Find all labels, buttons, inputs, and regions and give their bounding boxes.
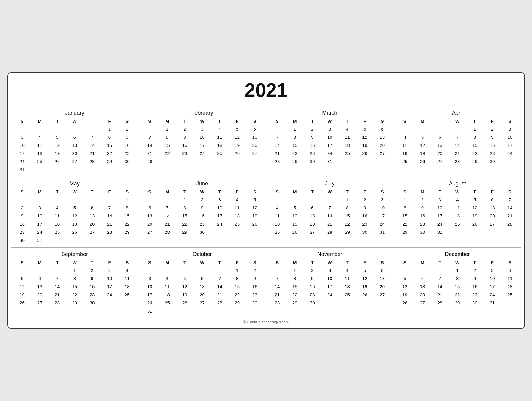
calendar-week-row: 19202122232425	[396, 291, 519, 299]
month-table: SMTWTFS123456789101112131415161718192021…	[14, 117, 136, 174]
day-header: S	[246, 259, 263, 266]
day-header: T	[83, 188, 101, 196]
calendar-week-row: 12	[14, 125, 136, 133]
calendar-day: 19	[48, 149, 66, 157]
calendar-day: 5	[356, 266, 373, 274]
calendar-day: 18	[449, 212, 466, 220]
calendar-day	[269, 266, 286, 274]
calendar-day: 5	[414, 133, 431, 141]
calendar-day	[449, 125, 466, 133]
calendar-day: 2	[246, 266, 263, 274]
calendar-day: 17	[501, 141, 518, 149]
calendar-day: 23	[176, 149, 193, 157]
calendar-day: 3	[501, 125, 518, 133]
calendar-day: 9	[466, 274, 484, 282]
calendar-day: 26	[14, 299, 31, 307]
month-block-march: MarchSMTWTFS1234567891011121314151617181…	[266, 106, 394, 177]
calendar-day: 7	[501, 196, 518, 204]
day-header: M	[158, 188, 176, 196]
calendar-day: 19	[286, 220, 303, 228]
day-header: S	[374, 117, 391, 125]
calendar-day: 18	[338, 282, 356, 291]
calendar-day: 10	[501, 133, 518, 141]
calendar-day: 11	[269, 212, 286, 220]
calendar-day: 4	[396, 133, 414, 141]
month-table: SMTWTFS123456789101112131415161718192021…	[14, 259, 136, 307]
calendar-day: 11	[118, 274, 136, 282]
day-header: W	[66, 188, 83, 196]
calendar-day: 8	[101, 133, 118, 141]
day-header: T	[466, 117, 484, 125]
calendar-week-row: 567891011	[396, 274, 519, 282]
calendar-day: 18	[229, 212, 246, 220]
calendar-day	[14, 125, 31, 133]
month-table: SMTWTFS123456789101112131415161718192021…	[269, 188, 391, 236]
calendar-day: 1	[466, 125, 484, 133]
calendar-day	[246, 307, 263, 315]
calendar-week-row: 12131415161718	[396, 282, 519, 291]
calendar-day: 2	[414, 196, 431, 204]
month-block-july: JulySMTWTFS12345678910111213141516171819…	[266, 177, 394, 248]
calendar-day: 2	[484, 125, 501, 133]
calendar-day	[83, 196, 101, 204]
calendar-day: 11	[396, 141, 414, 149]
calendar-week-row: 23242526272829	[14, 228, 136, 236]
calendar-day: 7	[269, 133, 286, 141]
calendar-day: 19	[246, 212, 263, 220]
calendar-week-row: 28	[141, 157, 263, 165]
calendar-day	[14, 266, 31, 274]
day-header: T	[303, 188, 321, 196]
calendar-day: 1	[66, 266, 83, 274]
calendar-day: 20	[194, 291, 211, 299]
calendar-day: 22	[118, 220, 136, 228]
calendar-day: 19	[356, 141, 373, 149]
calendar-week-row: 14151617181920	[141, 141, 263, 149]
calendar-day	[158, 266, 176, 274]
calendar-day: 24	[211, 220, 229, 228]
calendar-day: 27	[194, 299, 211, 307]
calendar-day: 12	[246, 204, 263, 212]
calendar-day: 17	[211, 212, 229, 220]
calendar-day: 21	[269, 291, 286, 299]
calendar-day	[101, 165, 118, 174]
calendar-day	[176, 157, 193, 165]
calendar-day: 14	[269, 282, 286, 291]
day-header: S	[396, 259, 414, 266]
calendar-day: 25	[118, 291, 136, 299]
calendar-day: 3	[321, 266, 338, 274]
calendar-day: 24	[374, 220, 391, 228]
calendar-day: 4	[449, 196, 466, 204]
day-header: S	[396, 188, 414, 196]
calendar-day: 27	[31, 299, 48, 307]
calendar-day	[158, 196, 176, 204]
calendar-day: 15	[449, 282, 466, 291]
calendar-day: 23	[303, 149, 321, 157]
month-name: July	[269, 179, 391, 188]
calendar-day: 21	[211, 291, 229, 299]
calendar-day: 3	[321, 125, 338, 133]
calendar-week-row: 21222324252627	[141, 149, 263, 157]
calendar-day: 1	[101, 125, 118, 133]
calendar-week-row: 13141516171819	[141, 212, 263, 220]
calendar-day: 3	[101, 266, 118, 274]
calendar-day: 5	[466, 196, 484, 204]
calendar-week-row: 262728293031	[396, 299, 519, 307]
calendar-day: 1	[176, 196, 193, 204]
calendar-day	[211, 307, 229, 315]
calendar-day: 12	[229, 133, 246, 141]
calendar-day: 8	[338, 204, 356, 212]
calendar-week-row: 21222324252627	[269, 149, 391, 157]
calendar-day: 6	[374, 125, 391, 133]
calendar-day: 16	[83, 282, 101, 291]
month-block-october: OctoberSMTWTFS12345678910111213141516171…	[138, 248, 266, 318]
calendar-day: 5	[176, 274, 193, 282]
calendar-day: 27	[141, 228, 158, 236]
calendar-day: 27	[66, 157, 83, 165]
calendar-day: 25	[229, 220, 246, 228]
calendar-day	[501, 157, 518, 165]
calendar-day: 15	[396, 212, 414, 220]
month-block-may: MaySMTWTFS123456789101112131415161718192…	[11, 177, 139, 248]
day-header: T	[303, 259, 321, 266]
month-table: SMTWTFS123456789101112131415161718192021…	[141, 117, 263, 165]
day-header: S	[269, 259, 286, 266]
